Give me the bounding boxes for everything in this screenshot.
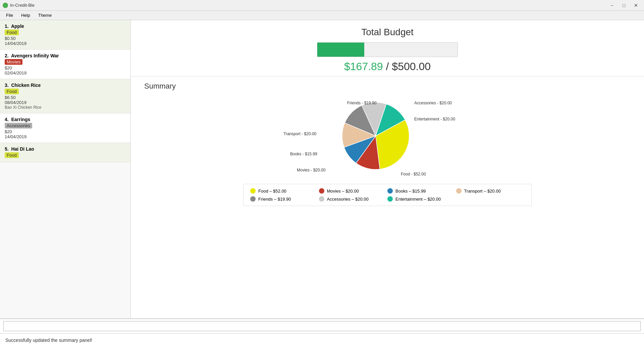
legend-dot	[319, 188, 324, 194]
input-area	[0, 318, 644, 333]
label-transport: Transport - $20.00	[283, 132, 316, 136]
command-input[interactable]	[3, 321, 641, 331]
legend-dot	[250, 196, 256, 202]
budget-spent: $167.89	[344, 60, 383, 72]
legend-dot	[250, 188, 256, 194]
menu-theme[interactable]: Theme	[35, 11, 55, 19]
status-area: Successfully updated the summary panel!	[0, 333, 644, 362]
transaction-amount: $0.50	[5, 36, 126, 41]
legend-dot	[456, 188, 462, 194]
title-bar: In-Credit-Ble − □ ✕	[0, 0, 644, 11]
summary-content: Friends - $19.90 Accessories - $20.00 En…	[144, 94, 631, 206]
legend-area: Food – $52.00 Movies – $20.00 Books – $1…	[243, 184, 532, 206]
legend-dot	[387, 188, 393, 194]
transaction-number: 1. Apple	[5, 23, 126, 29]
legend-label: Books – $15.99	[395, 189, 426, 194]
legend-label: Entertainment – $20.00	[395, 197, 441, 202]
budget-separator: /	[386, 60, 392, 72]
label-accessories: Accessories - $20.00	[414, 101, 452, 105]
chart-area: Friends - $19.90 Accessories - $20.00 En…	[270, 94, 505, 181]
menu-file[interactable]: File	[3, 11, 16, 19]
summary-section: Summary Friends - $19.90 Accessories - $…	[131, 76, 644, 318]
legend-label: Friends – $19.90	[258, 197, 291, 202]
legend-dot	[319, 196, 324, 202]
legend-label: Movies – $20.00	[327, 189, 359, 194]
right-panel: Total Budget $167.89 / $500.00 Summary	[131, 20, 644, 318]
transaction-amount: $20	[5, 65, 126, 70]
minimize-button[interactable]: −	[606, 1, 617, 9]
legend-item: Entertainment – $20.00	[387, 196, 456, 202]
legend-dot	[387, 196, 393, 202]
transaction-item[interactable]: 3. Chicken Rice Food $6.50 08/04/2019 Ba…	[0, 79, 130, 113]
transaction-number: 5. Hai Di Lao	[5, 146, 126, 152]
label-books: Books - $15.99	[290, 152, 317, 156]
transaction-note: Bao Xi Chicken Rice	[5, 105, 126, 110]
pie-chart	[337, 97, 414, 174]
transaction-number: 3. Chicken Rice	[5, 83, 126, 88]
category-badge: Movies	[5, 59, 22, 65]
transaction-number: 2. Avengers Infinity War	[5, 53, 126, 58]
label-entertainment: Entertainment - $20.00	[414, 117, 455, 121]
transaction-list[interactable]: 1. Apple Food $0.50 14/04/2019 2. Avenge…	[0, 20, 131, 318]
transaction-date: 14/04/2019	[5, 41, 126, 46]
legend-item: Accessories – $20.00	[319, 196, 388, 202]
budget-title: Total Budget	[144, 27, 631, 38]
budget-total: $500.00	[392, 60, 431, 72]
budget-bar-container	[317, 42, 458, 57]
menu-bar: File Help Theme	[0, 11, 644, 20]
transaction-date: 02/04/2019	[5, 70, 126, 75]
menu-help[interactable]: Help	[18, 11, 34, 19]
legend-item: Food – $52.00	[250, 188, 319, 194]
legend-label: Food – $52.00	[258, 189, 286, 194]
title-bar-left: In-Credit-Ble	[3, 3, 35, 8]
legend-label: Accessories – $20.00	[327, 197, 369, 202]
budget-bar-fill	[317, 43, 364, 57]
budget-amount: $167.89 / $500.00	[144, 60, 631, 73]
category-badge: Food	[5, 30, 19, 35]
transaction-item[interactable]: 1. Apple Food $0.50 14/04/2019	[0, 20, 130, 50]
transaction-number: 4. Earrings	[5, 117, 126, 122]
maximize-button[interactable]: □	[619, 1, 629, 9]
app-icon	[3, 3, 8, 8]
status-message: Successfully updated the summary panel!	[5, 338, 639, 343]
legend-item: Transport – $20.00	[456, 188, 525, 194]
category-badge: Accessories	[5, 123, 32, 128]
transaction-date: 08/04/2019	[5, 100, 126, 105]
window-controls: − □ ✕	[606, 1, 641, 9]
category-badge: Food	[5, 152, 19, 158]
transaction-item[interactable]: 2. Avengers Infinity War Movies $20 02/0…	[0, 50, 130, 79]
category-badge: Food	[5, 89, 19, 94]
legend-item: Friends – $19.90	[250, 196, 319, 202]
legend-item: Books – $15.99	[387, 188, 456, 194]
main-layout: 1. Apple Food $0.50 14/04/2019 2. Avenge…	[0, 20, 644, 318]
legend-item: Movies – $20.00	[319, 188, 388, 194]
label-movies: Movies - $20.00	[297, 168, 325, 172]
transaction-amount: $6.50	[5, 95, 126, 100]
transaction-amount: $20	[5, 129, 126, 134]
summary-title: Summary	[144, 82, 631, 91]
budget-section: Total Budget $167.89 / $500.00	[131, 20, 644, 76]
transaction-date: 14/04/2019	[5, 134, 126, 139]
close-button[interactable]: ✕	[631, 1, 641, 9]
app-title: In-Credit-Ble	[10, 3, 35, 8]
transaction-item[interactable]: 4. Earrings Accessories $20 14/04/2019	[0, 113, 130, 143]
transaction-item[interactable]: 5. Hai Di Lao Food	[0, 143, 130, 162]
legend-label: Transport – $20.00	[464, 189, 501, 194]
